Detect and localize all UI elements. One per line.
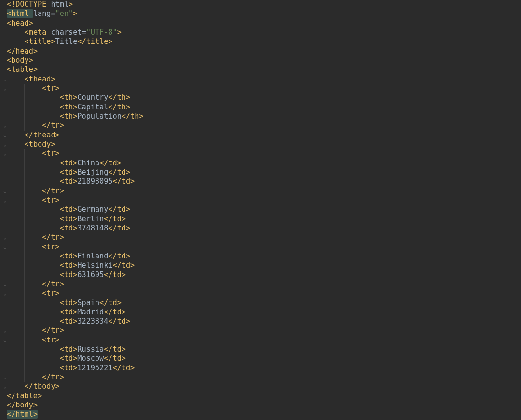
code-line[interactable]: <td>21893095</td> (0, 177, 521, 186)
code-line[interactable]: <td>China</td> (0, 159, 521, 168)
code-content[interactable]: </tbody> (7, 382, 521, 391)
fold-gutter[interactable]: ⌄ (0, 382, 7, 391)
code-content[interactable]: <table> (7, 65, 521, 74)
code-content[interactable]: </tr> (7, 326, 521, 335)
fold-gutter[interactable]: ⌄ (0, 373, 7, 382)
fold-gutter[interactable]: ⌄ (0, 131, 7, 140)
code-content[interactable]: <td>Madrid</td> (7, 308, 521, 317)
fold-gutter[interactable]: ⌄ (0, 280, 7, 289)
code-line[interactable]: <td>Beijing</td> (0, 168, 521, 177)
code-content[interactable]: <meta charset="UTF-8"> (7, 28, 521, 37)
code-content[interactable]: <html lang="en"> (7, 9, 521, 18)
code-content[interactable]: <td>Moscow</td> (7, 354, 521, 363)
code-line[interactable]: ⌄ <tr> (0, 84, 521, 93)
fold-gutter[interactable]: ⌄ (0, 289, 7, 298)
fold-gutter[interactable]: ⌄ (0, 196, 7, 205)
code-content[interactable]: <tr> (7, 196, 521, 205)
code-content[interactable]: <thead> (7, 75, 521, 84)
code-content[interactable]: <th>Capital</th> (7, 103, 521, 112)
code-line[interactable]: <th>Country</th> (0, 93, 521, 102)
fold-gutter[interactable]: ⌄ (0, 140, 7, 149)
code-content[interactable]: <body> (7, 56, 521, 65)
fold-gutter[interactable]: ⌄ (0, 233, 7, 242)
code-content[interactable]: <td>3748148</td> (7, 224, 521, 233)
code-content[interactable]: </tr> (7, 187, 521, 196)
fold-gutter[interactable]: ⌄ (0, 326, 7, 335)
code-line[interactable]: ⌄ </tr> (0, 373, 521, 382)
code-line[interactable]: <body> (0, 56, 521, 65)
code-line[interactable]: <td>Berlin</td> (0, 215, 521, 224)
code-line[interactable]: </html> (0, 410, 521, 419)
code-line[interactable]: <td>3748148</td> (0, 224, 521, 233)
fold-gutter[interactable]: ⌄ (0, 243, 7, 252)
code-content[interactable]: <td>3223334</td> (7, 317, 521, 326)
code-content[interactable]: </tr> (7, 373, 521, 382)
code-content[interactable]: <td>Russia</td> (7, 345, 521, 354)
code-line[interactable]: ⌄ <tbody> (0, 140, 521, 149)
code-content[interactable]: <td>China</td> (7, 159, 521, 168)
code-content[interactable]: </tr> (7, 121, 521, 130)
code-line[interactable]: ⌄ <tr> (0, 289, 521, 298)
code-content[interactable]: <tr> (7, 243, 521, 252)
code-line[interactable]: ⌄ </tr> (0, 187, 521, 196)
code-content[interactable]: <th>Population</th> (7, 112, 521, 121)
code-content[interactable]: <head> (7, 19, 521, 28)
code-content[interactable]: <td>631695</td> (7, 271, 521, 280)
code-content[interactable]: </head> (7, 47, 521, 56)
code-content[interactable]: <td>Germany</td> (7, 205, 521, 214)
code-content[interactable]: <td>Beijing</td> (7, 168, 521, 177)
code-line[interactable]: ⌄ <tr> (0, 149, 521, 158)
code-line[interactable]: ⌄ <tr> (0, 336, 521, 345)
code-line[interactable]: <!DOCTYPE html> (0, 0, 521, 9)
code-line[interactable]: ⌄ <tr> (0, 196, 521, 205)
code-content[interactable]: <tr> (7, 289, 521, 298)
code-line[interactable]: ⌄ </tbody> (0, 382, 521, 391)
code-line[interactable]: <td>Helsinki</td> (0, 261, 521, 270)
code-line[interactable]: <td>Germany</td> (0, 205, 521, 214)
code-content[interactable]: <tbody> (7, 140, 521, 149)
code-content[interactable]: <!DOCTYPE html> (7, 0, 521, 9)
fold-gutter[interactable]: ⌄ (0, 75, 7, 84)
code-line[interactable]: <td>12195221</td> (0, 364, 521, 373)
code-content[interactable]: </body> (7, 401, 521, 410)
code-line[interactable]: <td>631695</td> (0, 271, 521, 280)
code-content[interactable]: </tr> (7, 233, 521, 242)
fold-gutter[interactable]: ⌄ (0, 84, 7, 93)
code-content[interactable]: <td>Finland</td> (7, 252, 521, 261)
code-content[interactable]: <title>Title</title> (7, 37, 521, 46)
code-line[interactable]: </head> (0, 47, 521, 56)
code-line[interactable]: <td>Moscow</td> (0, 354, 521, 363)
code-line[interactable]: ⌄ </tr> (0, 121, 521, 130)
code-line[interactable]: <table> (0, 65, 521, 74)
code-line[interactable]: ⌄ </tr> (0, 233, 521, 242)
code-line[interactable]: <head> (0, 19, 521, 28)
code-line[interactable]: <td>Spain</td> (0, 298, 521, 308)
code-line[interactable]: <td>Finland</td> (0, 252, 521, 261)
code-line[interactable]: ⌄ <thead> (0, 75, 521, 84)
code-content[interactable]: </html> (7, 410, 521, 419)
code-content[interactable]: <td>Helsinki</td> (7, 261, 521, 270)
code-content[interactable]: <tr> (7, 336, 521, 345)
code-editor[interactable]: <!DOCTYPE html><html lang="en"><head> <m… (0, 0, 521, 420)
code-line[interactable]: <td>Russia</td> (0, 345, 521, 354)
code-line[interactable]: ⌄ </tr> (0, 326, 521, 335)
code-content[interactable]: <tr> (7, 149, 521, 158)
code-line[interactable]: </table> (0, 392, 521, 401)
code-line[interactable]: ⌄ <tr> (0, 243, 521, 252)
code-line[interactable]: <meta charset="UTF-8"> (0, 28, 521, 37)
code-content[interactable]: <td>Spain</td> (7, 298, 521, 308)
code-line[interactable]: ⌄ </thead> (0, 131, 521, 140)
code-content[interactable]: </thead> (7, 131, 521, 140)
code-content[interactable]: <tr> (7, 84, 521, 93)
code-line[interactable]: <th>Population</th> (0, 112, 521, 121)
code-content[interactable]: </table> (7, 392, 521, 401)
code-line[interactable]: <title>Title</title> (0, 37, 521, 46)
fold-gutter[interactable]: ⌄ (0, 336, 7, 345)
code-line[interactable]: <html lang="en"> (0, 9, 521, 18)
code-content[interactable]: <td>21893095</td> (7, 177, 521, 186)
code-content[interactable]: </tr> (7, 280, 521, 289)
code-line[interactable]: </body> (0, 401, 521, 410)
code-content[interactable]: <th>Country</th> (7, 93, 521, 102)
code-content[interactable]: <td>12195221</td> (7, 364, 521, 373)
code-content[interactable]: <td>Berlin</td> (7, 215, 521, 224)
